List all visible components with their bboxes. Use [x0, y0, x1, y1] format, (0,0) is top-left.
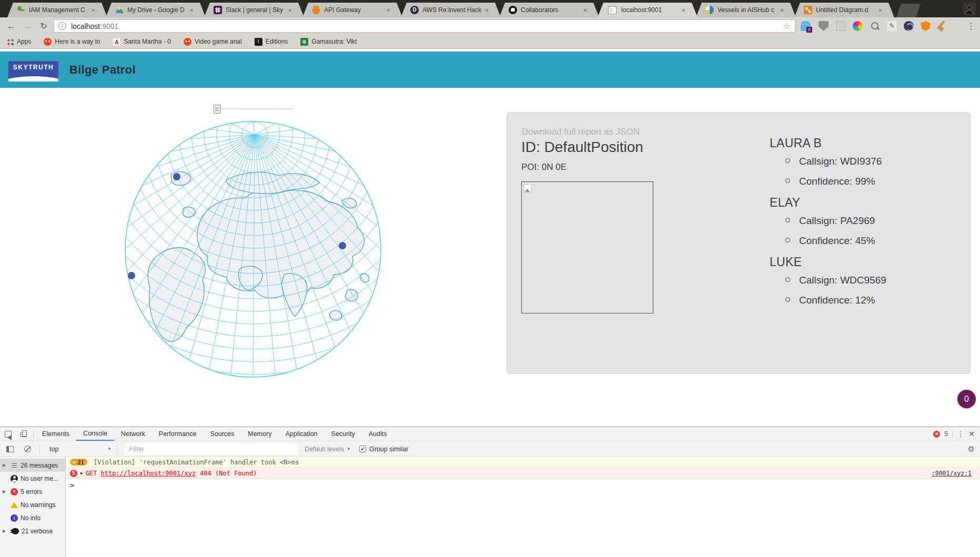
shield-icon[interactable]	[819, 21, 829, 31]
sidebar-item-user-messages[interactable]: No user me...	[0, 472, 65, 485]
color-wheel-icon[interactable]	[853, 21, 863, 31]
vessel-marker[interactable]	[339, 242, 346, 249]
github-icon	[509, 6, 517, 14]
browser-tab-aishub[interactable]: Vessels in AISHub c ×	[696, 3, 796, 17]
browser-menu-icon[interactable]: ⋮	[967, 19, 975, 33]
globe-zoom-slider-thumb[interactable]	[214, 105, 220, 114]
bookmark-item[interactable]: Editions	[255, 38, 288, 46]
back-button[interactable]: ←	[4, 19, 18, 33]
tab-close-icon[interactable]: ×	[582, 7, 588, 14]
bookmark-icon	[300, 38, 308, 46]
expand-icon[interactable]: ▶	[3, 529, 8, 533]
new-tab-button[interactable]	[896, 4, 921, 17]
tab-close-icon[interactable]: ×	[189, 7, 194, 14]
bookmark-star-icon[interactable]: ☆	[783, 21, 791, 31]
bookmark-item[interactable]: Here is a way to	[44, 38, 100, 46]
sidebar-item-all-messages[interactable]: ▶ 26 messages	[0, 459, 65, 472]
page-icon	[608, 6, 617, 14]
devtools-tab-application[interactable]: Application	[278, 427, 324, 441]
console-prompt-row[interactable]: >	[66, 479, 980, 491]
globe-visualization[interactable]	[121, 117, 389, 382]
devtools-tab-sources[interactable]: Sources	[203, 427, 241, 441]
tab-close-icon[interactable]: ×	[287, 7, 292, 14]
gear-icon[interactable]: ⚙	[968, 444, 975, 454]
profile-avatar[interactable]	[963, 3, 976, 15]
browser-tab-api-gateway[interactable]: API Gateway ×	[302, 3, 402, 17]
devtools-close-icon[interactable]: ✕	[968, 430, 975, 438]
magnifier-icon[interactable]	[870, 21, 880, 31]
clear-console-icon[interactable]	[24, 445, 31, 452]
expand-icon[interactable]: ▶	[3, 489, 8, 494]
browser-tab-drive[interactable]: My Drive - Google D ×	[106, 3, 206, 17]
globe-zoom-slider-track[interactable]	[218, 108, 294, 109]
devtools-tab-elements[interactable]: Elements	[35, 427, 76, 441]
console-sidebar-toggle-icon[interactable]	[6, 446, 14, 452]
sidebar-item-errors[interactable]: ▶ 5 errors	[0, 485, 65, 498]
devtools-tab-network[interactable]: Network	[114, 427, 152, 441]
devtools-tab-audits[interactable]: Audits	[362, 427, 394, 441]
tab-title: API Gateway	[324, 6, 383, 14]
browser-tab-collaborators[interactable]: Collaborators ×	[499, 3, 599, 17]
orbit-extension-icon[interactable]	[904, 21, 914, 31]
expand-icon[interactable]: ▶	[3, 463, 8, 468]
translate-icon[interactable]	[836, 21, 846, 31]
tab-close-icon[interactable]: ×	[877, 7, 883, 14]
address-bar[interactable]: i localhost :9001 ☆	[54, 19, 795, 33]
log-levels-select[interactable]: Default levels ▼	[305, 445, 351, 453]
sidebar-item-info[interactable]: No info	[0, 511, 65, 524]
device-toolbar-button[interactable]	[16, 427, 32, 441]
vessel-name: ELAY	[770, 196, 959, 210]
sidebar-label: No warnings	[21, 501, 56, 509]
error-url-link[interactable]: http://localhost:9001/xyz	[101, 470, 196, 477]
tab-close-icon[interactable]: ×	[779, 7, 784, 14]
tab-title: localhost:9001	[621, 6, 679, 14]
wrench-extension-icon[interactable]	[935, 19, 949, 33]
metamask-icon[interactable]	[921, 21, 931, 31]
divider	[39, 445, 40, 453]
console-violation-row[interactable]: ▶ 21 [Violation] 'requestAnimationFrame'…	[66, 457, 980, 468]
bookmark-item[interactable]: Gamasutra: Vikt	[300, 38, 357, 46]
sidebar-item-warnings[interactable]: No warnings	[0, 498, 65, 511]
devtools-tab-performance[interactable]: Performance	[152, 427, 204, 441]
expand-icon[interactable]: ▶	[80, 471, 83, 475]
console-error-row[interactable]: 5 ▶ GET http://localhost:9001/xyz 404 (N…	[66, 468, 980, 479]
skytruth-logo[interactable]: SKYTRUTH	[8, 61, 58, 82]
browser-tab-iam[interactable]: IAM Management C ×	[7, 3, 107, 17]
tab-close-icon[interactable]: ×	[484, 7, 489, 14]
reload-button[interactable]: ↻	[37, 19, 50, 33]
chevron-down-icon: ▼	[347, 447, 351, 451]
cursor-extension-icon[interactable]	[887, 21, 897, 31]
tab-close-icon[interactable]: ×	[681, 7, 686, 14]
forward-button[interactable]: →	[20, 19, 34, 33]
page-title: Bilge Patrol	[69, 52, 136, 88]
site-info-icon[interactable]: i	[58, 22, 66, 30]
devtools-menu-icon[interactable]: ⋮	[957, 430, 964, 438]
vessel-marker[interactable]	[128, 272, 135, 279]
browser-tab-localhost-active[interactable]: localhost:9001 ×	[598, 3, 698, 17]
error-source-link[interactable]: :9001/xyz:1	[932, 470, 976, 477]
execution-context-select[interactable]: top ▼	[49, 445, 112, 453]
vessel-confidence: Confidence: 99%	[799, 176, 959, 187]
inspect-element-button[interactable]	[0, 427, 16, 441]
sidebar-item-verbose[interactable]: ▶ 21 verbose	[0, 524, 65, 538]
devtools-tab-memory[interactable]: Memory	[241, 427, 278, 441]
browser-tab-drawio[interactable]: Untitled Diagram.d ×	[794, 3, 894, 17]
tab-close-icon[interactable]: ×	[386, 7, 391, 14]
browser-tab-aws[interactable]: AWS Re:Invent Hack ×	[401, 3, 501, 17]
browser-window: IAM Management C × My Drive - Google D ×…	[0, 0, 980, 557]
devtools-tab-security[interactable]: Security	[325, 427, 362, 441]
bookmark-item[interactable]: Santa Martha - 0	[113, 38, 170, 46]
group-similar-checkbox[interactable]: ✓	[359, 445, 366, 452]
download-report-link[interactable]: Download full report as JSON	[522, 127, 640, 137]
ghostery-overlay-badge[interactable]: 0	[957, 390, 976, 408]
bookmark-label: Santa Martha - 0	[124, 38, 170, 45]
violation-count-pill[interactable]: ▶ 21	[70, 459, 87, 465]
devtools-tab-console[interactable]: Console	[76, 427, 114, 441]
tab-close-icon[interactable]: ×	[90, 7, 96, 14]
apps-shortcut[interactable]: Apps	[6, 38, 31, 45]
bookmark-item[interactable]: Video game anal	[184, 38, 242, 46]
browser-tab-slack[interactable]: Slack | general | Sky ×	[204, 3, 304, 17]
vessel-marker[interactable]	[173, 173, 180, 180]
group-similar-label: Group similar	[369, 445, 408, 453]
console-filter-input[interactable]	[125, 443, 298, 455]
